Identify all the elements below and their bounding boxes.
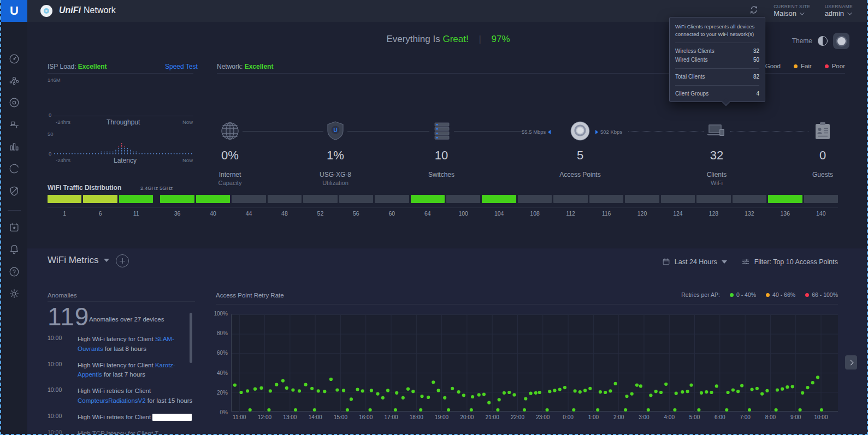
channel-segment-44[interactable]	[232, 195, 265, 203]
retry-data-point[interactable]	[394, 408, 397, 412]
retry-data-point[interactable]	[342, 389, 345, 392]
sidebar-item-alerts[interactable]	[8, 243, 20, 255]
channel-segment-6[interactable]	[83, 195, 117, 203]
retry-data-point[interactable]	[786, 385, 789, 389]
retry-data-point[interactable]	[736, 390, 740, 393]
retry-data-point[interactable]	[457, 390, 460, 394]
retry-data-point[interactable]	[727, 391, 730, 394]
retry-data-point[interactable]	[294, 408, 297, 412]
user-menu[interactable]: USERNAME admin	[825, 4, 853, 19]
retry-data-point[interactable]	[675, 392, 678, 395]
retry-data-point[interactable]	[346, 408, 349, 412]
retry-data-point[interactable]	[553, 389, 556, 392]
retry-data-point[interactable]	[376, 392, 379, 396]
channel-segment-40[interactable]	[196, 195, 230, 203]
channel-segment-128[interactable]	[696, 195, 730, 203]
anomaly-client-link[interactable]: Karotz-Appentis	[78, 362, 175, 378]
retry-data-point[interactable]	[269, 389, 272, 392]
retry-data-point[interactable]	[432, 380, 435, 384]
retry-data-point[interactable]	[806, 386, 809, 389]
sidebar-item-devices[interactable]	[8, 97, 20, 109]
retry-data-point[interactable]	[437, 389, 440, 392]
sidebar-item-threat-management[interactable]	[8, 185, 20, 197]
chart-next-button[interactable]	[845, 355, 857, 370]
sidebar-item-topology[interactable]	[8, 75, 20, 87]
channel-segment-140[interactable]	[804, 195, 838, 203]
retry-data-point[interactable]	[686, 390, 689, 393]
retry-data-point[interactable]	[239, 391, 243, 394]
internet-globe-icon[interactable]	[218, 119, 242, 143]
filter-control[interactable]: Filter: Top 10 Access Points	[741, 258, 838, 266]
retry-data-point[interactable]	[419, 408, 422, 412]
dark-theme-toggle-icon[interactable]	[833, 33, 849, 49]
retry-data-point[interactable]	[799, 408, 802, 412]
sidebar-item-whats-new[interactable]	[8, 222, 20, 234]
retry-data-point[interactable]	[369, 408, 372, 412]
retry-data-point[interactable]	[267, 408, 270, 412]
retry-data-point[interactable]	[310, 387, 314, 390]
retry-data-point[interactable]	[572, 408, 575, 412]
sidebar-item-statistics[interactable]	[8, 141, 20, 153]
retry-data-point[interactable]	[751, 388, 754, 391]
anomaly-client-link[interactable]: SLAM-Ouvrants	[78, 336, 174, 352]
retry-data-point[interactable]	[820, 408, 823, 412]
retry-data-point[interactable]	[548, 390, 551, 393]
retry-data-point[interactable]	[791, 385, 794, 388]
retry-data-point[interactable]	[443, 396, 446, 400]
retry-data-point[interactable]	[498, 398, 501, 401]
retry-data-point[interactable]	[801, 391, 804, 395]
retry-data-point[interactable]	[323, 390, 326, 393]
retry-data-point[interactable]	[329, 378, 333, 381]
retry-data-point[interactable]	[563, 386, 566, 389]
retry-data-point[interactable]	[386, 389, 389, 392]
retry-data-point[interactable]	[604, 391, 607, 394]
retry-data-point[interactable]	[401, 396, 405, 400]
time-range-dropdown[interactable]: Last 24 Hours	[662, 258, 727, 266]
retry-data-point[interactable]	[755, 387, 759, 390]
clients-device-icon[interactable]	[705, 119, 729, 143]
retry-data-point[interactable]	[298, 389, 301, 392]
retry-data-point[interactable]	[781, 388, 784, 391]
retry-data-point[interactable]	[503, 391, 506, 395]
retry-data-point[interactable]	[609, 389, 612, 392]
retry-data-point[interactable]	[451, 387, 454, 390]
anomaly-client-link[interactable]: CompteursRadiationsV2	[78, 397, 146, 404]
channel-segment-116[interactable]	[589, 195, 623, 203]
retry-data-point[interactable]	[512, 393, 516, 396]
retry-data-point[interactable]	[285, 386, 288, 390]
retry-data-point[interactable]	[588, 387, 592, 390]
retry-data-point[interactable]	[406, 388, 410, 391]
retry-data-point[interactable]	[715, 384, 718, 388]
add-metric-button[interactable]	[116, 254, 129, 267]
retry-data-point[interactable]	[740, 384, 743, 387]
guests-badge-icon[interactable]	[811, 119, 835, 143]
retry-data-point[interactable]	[317, 389, 320, 392]
retry-data-point[interactable]	[335, 388, 339, 391]
retry-data-point[interactable]	[259, 386, 263, 390]
channel-segment-132[interactable]	[733, 195, 766, 203]
retry-data-point[interactable]	[705, 390, 708, 394]
retry-data-point[interactable]	[673, 408, 676, 412]
retry-data-point[interactable]	[731, 388, 735, 391]
retry-data-point[interactable]	[487, 401, 491, 404]
retry-data-point[interactable]	[249, 408, 252, 412]
retry-data-point[interactable]	[275, 383, 278, 386]
light-theme-toggle-icon[interactable]	[818, 36, 828, 46]
retry-data-point[interactable]	[583, 389, 587, 392]
retry-data-point[interactable]	[427, 396, 430, 399]
retry-data-point[interactable]	[625, 395, 628, 398]
retry-data-point[interactable]	[313, 408, 316, 412]
retry-data-point[interactable]	[395, 391, 398, 395]
retry-data-point[interactable]	[291, 388, 294, 391]
retry-data-point[interactable]	[811, 381, 814, 384]
retry-data-point[interactable]	[496, 408, 499, 412]
channel-segment-56[interactable]	[339, 195, 373, 203]
channel-segment-120[interactable]	[625, 195, 659, 203]
retry-data-point[interactable]	[462, 394, 465, 397]
retry-data-point[interactable]	[411, 390, 415, 393]
ubiquiti-logo[interactable]: U	[1, 0, 27, 22]
retry-data-point[interactable]	[775, 408, 778, 412]
retry-data-point[interactable]	[482, 392, 486, 396]
retry-data-point[interactable]	[546, 408, 549, 412]
retry-data-point[interactable]	[246, 389, 249, 392]
